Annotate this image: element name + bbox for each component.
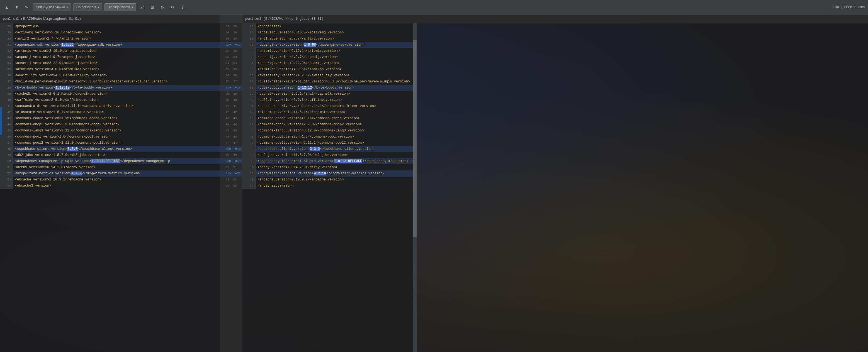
scrollbar-thumb[interactable]	[413, 40, 416, 237]
refresh-icon[interactable]: ↺	[168, 3, 176, 11]
gutter-left-ln: 49	[221, 154, 229, 157]
gutter-left-ln: 53	[221, 178, 229, 181]
gutter-row: 52» «52	[220, 170, 242, 177]
table-row: 45 <commons-lang3.version>3.12.0</common…	[0, 128, 220, 134]
gutter-left-ln: 54	[221, 184, 229, 187]
gutter-left-ln: 43	[221, 117, 229, 120]
line-number: 32	[0, 48, 13, 54]
gutter-left-ln: 38	[221, 86, 229, 89]
line-number: 34	[242, 60, 256, 66]
line-content: <cache2k.version>2.6.1.Final</cache2k.ve…	[13, 91, 220, 97]
gutter-row: 4141	[220, 103, 242, 109]
gutter-row: 3737	[220, 78, 242, 85]
ignore-button[interactable]: Do not ignore ▾	[73, 3, 102, 11]
sync-icon[interactable]: ⇄	[138, 3, 146, 11]
table-row: 52 <dropwizard-metrics.version>4.2.9</dr…	[0, 170, 220, 177]
gutter-arrows: » «	[229, 86, 237, 90]
line-number: 44	[242, 121, 256, 128]
line-number: 53	[242, 177, 256, 183]
table-row: 53 <ehcache.version>2.10.9.2</ehcache.ve…	[0, 177, 220, 183]
line-content: <artemis.version>2.19.1</artemis.version…	[13, 48, 220, 54]
line-number: 38	[242, 85, 256, 91]
line-content: <commons-lang3.version>3.12.0</commons-l…	[256, 128, 416, 134]
settings-icon[interactable]: ⚙	[159, 3, 166, 11]
gutter-right-ln: 39	[233, 92, 241, 96]
line-content: <commons-codec.version>1.15</commons-cod…	[13, 115, 220, 121]
line-content: <commons-pool2.version>2.11.1</commons-p…	[13, 140, 220, 146]
gutter-row: 5151	[220, 164, 242, 170]
table-row: 31 <appengine-sdk.version>1.9.96</appeng…	[0, 42, 220, 48]
line-number: 30	[0, 36, 13, 42]
line-content: <properties>	[13, 23, 220, 30]
table-row: 37 <build-helper-maven-plugin.version>3.…	[0, 78, 220, 85]
line-content: <awaitility.version>4.2.0</awaitility.ve…	[256, 72, 416, 78]
gutter-left-ln: 47	[221, 141, 229, 145]
changed-text: 1.9.98	[304, 43, 316, 47]
table-row: 42 <classmate.version>1.5.1</classmate.v…	[0, 109, 220, 115]
gutter-left-ln: 34	[221, 62, 229, 65]
line-content: <dependency-management-plugin.version>1.…	[256, 158, 416, 164]
changed-text: 1.9.96	[61, 43, 74, 47]
gutter-right-ln: 38	[237, 86, 242, 89]
gutter-left-ln: 52	[221, 172, 229, 175]
table-row: 37 <build-helper-maven-plugin.version>3.…	[242, 78, 416, 85]
gutter-left-ln: 37	[221, 80, 229, 83]
gutter-right-ln: 36	[233, 74, 241, 77]
gutter-right-ln: 43	[233, 117, 241, 120]
left-filename: pom2.xml (E:\IDEAWork\springboot_01_01)	[3, 17, 81, 21]
line-content: <db2-jdbc.version>11.5.7.0</db2-jdbc.ver…	[13, 152, 220, 158]
viewer-label: Side-by-side viewer	[36, 5, 65, 9]
line-number: 46	[242, 134, 256, 140]
line-number: 43	[242, 115, 256, 121]
right-scrollbar[interactable]	[413, 23, 416, 352]
nav-down-button[interactable]: ▼	[13, 3, 21, 11]
line-number: 42	[242, 109, 256, 115]
gutter-row: 2828	[220, 23, 242, 30]
gutter-right-ln: 44	[233, 123, 241, 126]
columns-icon[interactable]: ⊟	[149, 3, 156, 11]
line-number: 34	[0, 60, 13, 66]
line-content: <dependency-management-plugin.version>1.…	[13, 158, 220, 164]
line-number: 52	[0, 170, 13, 177]
right-file-header: pom1.xml (E:\IDEAWork\springboot_01_01)	[242, 14, 868, 23]
line-number: 50	[0, 158, 13, 164]
table-row: 50 <dependency-management-plugin.version…	[0, 158, 220, 164]
gutter-left-ln: 28	[221, 25, 229, 28]
table-row: 53 <ehcache.version>2.10.9.2</ehcache.ve…	[242, 177, 416, 183]
help-icon[interactable]: ?	[179, 3, 186, 11]
nav-up-button[interactable]: ▲	[3, 3, 10, 11]
line-content: <commons-codec.version>1.15</commons-cod…	[256, 115, 416, 121]
line-content: <build-helper-maven-plugin.version>3.3.0…	[13, 78, 220, 85]
table-row: 51 <derby.version>10.14.2.0</derby.versi…	[0, 164, 220, 170]
file-headers: pom2.xml (E:\IDEAWork\springboot_01_01) …	[0, 14, 868, 23]
viewer-arrow: ▾	[66, 5, 68, 9]
line-number: 47	[242, 140, 256, 146]
line-number: 33	[242, 54, 256, 60]
gutter-row: 4747	[220, 140, 242, 146]
line-number: 53	[0, 177, 13, 183]
highlight-label: Highlight words	[107, 5, 130, 9]
table-row: 46 <commons-pool.version>1.6</commons-po…	[0, 134, 220, 140]
viewer-button[interactable]: Side-by-side viewer ▾	[33, 3, 71, 11]
table-row: 28 <properties>	[242, 23, 416, 30]
gutter-left-ln: 42	[221, 110, 229, 114]
line-number: 47	[0, 140, 13, 146]
right-code-lines: 28 <properties>29 <activemq.version>5.16…	[242, 23, 416, 189]
line-content: <couchbase-client.version>3.3.2</couchba…	[256, 146, 416, 152]
table-row: 52 <dropwizard-metrics.version>4.2.10</d…	[242, 170, 416, 177]
line-number: 41	[242, 103, 256, 109]
table-row: 54 <ehcache3.version>	[0, 183, 220, 189]
edit-button[interactable]: ✎	[23, 3, 31, 11]
line-content: <cache2k.version>2.6.1.Final</cache2k.ve…	[256, 91, 416, 97]
line-content: <dropwizard-metrics.version>4.2.10</drop…	[256, 170, 416, 177]
highlight-button[interactable]: Highlight words ▾	[104, 3, 136, 11]
table-row: 51 <derby.version>10.14.2.0</derby.versi…	[242, 164, 416, 170]
table-row: 44 <commons-dbcp2.version>2.9.0</commons…	[242, 121, 416, 128]
gutter-left-ln: 41	[221, 104, 229, 108]
gutter-right-ln: 53	[233, 178, 241, 181]
right-panel: 28 <properties>29 <activemq.version>5.16…	[242, 23, 416, 352]
gutter-right-ln: 50	[237, 160, 242, 163]
gutter-row: 50» «50	[220, 158, 242, 164]
table-row: 43 <commons-codec.version>1.15</commons-…	[242, 115, 416, 121]
gutter-row: 2929	[220, 30, 242, 36]
